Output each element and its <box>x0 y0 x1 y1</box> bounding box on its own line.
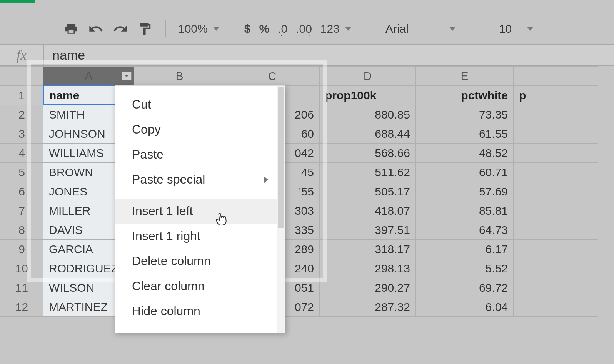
cell[interactable]: 6.17 <box>416 240 514 259</box>
menu-label: Paste <box>132 147 164 162</box>
cell-value: 69.72 <box>479 281 508 294</box>
format-currency-button[interactable]: $ <box>244 22 251 35</box>
menu-item-hide-column[interactable]: Hide column <box>115 299 285 324</box>
cell[interactable]: 505.17 <box>320 182 416 201</box>
undo-icon[interactable] <box>88 21 104 37</box>
cell-value: 298.13 <box>375 262 410 275</box>
cell-value: 051 <box>295 281 314 294</box>
menu-item-paste-special[interactable]: Paste special <box>115 167 285 192</box>
row-header[interactable]: 8 <box>0 220 43 240</box>
cell-value: 48.52 <box>479 147 508 159</box>
cell[interactable]: 568.66 <box>320 144 416 163</box>
cell[interactable]: 318.17 <box>320 240 416 259</box>
column-header-D[interactable]: D <box>320 67 416 86</box>
row-header[interactable]: 5 <box>0 163 43 182</box>
column-header-label: A <box>85 69 92 82</box>
menu-item-cut[interactable]: Cut <box>115 92 285 117</box>
cell[interactable]: 397.51 <box>320 220 416 240</box>
cell[interactable]: 69.72 <box>416 278 514 297</box>
more-formats-dropdown[interactable]: 123 <box>320 22 351 35</box>
column-header-A[interactable]: A <box>43 67 134 86</box>
cell[interactable]: 61.55 <box>416 124 514 144</box>
cell[interactable]: 60.71 <box>416 163 514 182</box>
cell[interactable]: 287.32 <box>320 297 416 317</box>
cell-value: DAVIS <box>49 224 83 236</box>
column-header-E[interactable]: E <box>416 67 514 86</box>
cell[interactable] <box>514 240 598 259</box>
cell-value: RODRIGUEZ <box>49 262 118 275</box>
cell-value: 287.32 <box>375 301 410 313</box>
formula-bar-input[interactable]: name <box>44 48 85 63</box>
menu-label: Clear column <box>132 279 205 293</box>
cell[interactable] <box>514 297 598 317</box>
row-header[interactable]: 1 <box>0 86 43 105</box>
decrease-decimal-button[interactable]: .0 ← <box>278 22 287 35</box>
cell[interactable]: 64.73 <box>416 220 514 240</box>
menu-label: Insert 1 right <box>132 229 200 243</box>
menu-item-paste[interactable]: Paste <box>115 142 285 167</box>
font-size-dropdown[interactable]: 10 <box>490 18 542 40</box>
cell-value: WILLIAMS <box>49 147 104 159</box>
cell[interactable]: 57.69 <box>416 182 514 201</box>
context-menu-scrollbar[interactable] <box>277 86 285 333</box>
cell-D1[interactable]: prop100k <box>320 86 416 105</box>
cell[interactable] <box>514 220 598 240</box>
print-icon[interactable] <box>63 21 79 37</box>
paint-format-icon[interactable] <box>137 21 153 37</box>
menu-item-insert-left[interactable]: Insert 1 left <box>115 199 285 224</box>
select-all-corner[interactable] <box>0 67 43 86</box>
cell[interactable]: 511.62 <box>320 163 416 182</box>
font-family-dropdown[interactable]: Arial <box>376 18 465 40</box>
row-number: 10 <box>15 262 28 275</box>
cell[interactable]: 6.04 <box>416 297 514 317</box>
row-header[interactable]: 11 <box>0 278 43 297</box>
cell[interactable] <box>514 278 598 297</box>
row-header[interactable]: 7 <box>0 201 43 220</box>
row-header[interactable]: 4 <box>0 144 43 163</box>
cell[interactable] <box>514 182 598 201</box>
increase-decimal-button[interactable]: .00 → <box>296 22 312 35</box>
scrollbar-thumb[interactable] <box>278 87 284 228</box>
cell[interactable] <box>514 201 598 220</box>
cell[interactable]: 290.27 <box>320 278 416 297</box>
column-header-C[interactable]: C <box>225 67 320 86</box>
cell[interactable]: 48.52 <box>416 144 514 163</box>
row-header[interactable]: 10 <box>0 259 43 278</box>
menu-item-clear-column[interactable]: Clear column <box>115 274 285 299</box>
cell[interactable]: 298.13 <box>320 259 416 278</box>
cell[interactable]: 688.44 <box>320 124 416 144</box>
redo-icon[interactable] <box>112 21 128 37</box>
row-header[interactable]: 6 <box>0 182 43 201</box>
column-menu-button[interactable] <box>122 72 132 80</box>
column-header-B[interactable]: B <box>134 67 225 86</box>
cell[interactable]: 73.35 <box>416 105 514 124</box>
chevron-down-icon <box>449 27 455 31</box>
cell[interactable] <box>514 105 598 124</box>
cell[interactable] <box>514 124 598 144</box>
menu-item-copy[interactable]: Copy <box>115 117 285 142</box>
cell[interactable] <box>514 144 598 163</box>
cell[interactable] <box>514 163 598 182</box>
cell[interactable]: 5.52 <box>416 259 514 278</box>
menu-item-insert-right[interactable]: Insert 1 right <box>115 224 285 249</box>
format-percent-button[interactable]: % <box>259 22 269 35</box>
row-header[interactable]: 3 <box>0 124 43 144</box>
cell[interactable]: 880.85 <box>320 105 416 124</box>
row-header[interactable]: 2 <box>0 105 43 124</box>
cell[interactable] <box>514 259 598 278</box>
cell-value: 290.27 <box>375 281 410 294</box>
cell[interactable]: 418.07 <box>320 201 416 220</box>
row-number: 12 <box>15 301 28 313</box>
column-header-F[interactable] <box>514 67 598 86</box>
cell-E1[interactable]: pctwhite <box>416 86 514 105</box>
menu-item-delete-column[interactable]: Delete column <box>115 249 285 274</box>
row-number: 5 <box>18 166 25 179</box>
row-header[interactable]: 12 <box>0 297 43 317</box>
cell-value: MARTINEZ <box>49 301 108 313</box>
cell-value: 57.69 <box>479 185 508 198</box>
cell-value: 206 <box>295 108 314 121</box>
row-header[interactable]: 9 <box>0 240 43 259</box>
cell-F1[interactable]: p <box>514 86 598 105</box>
zoom-dropdown[interactable]: 100% <box>178 22 219 35</box>
cell[interactable]: 85.81 <box>416 201 514 220</box>
